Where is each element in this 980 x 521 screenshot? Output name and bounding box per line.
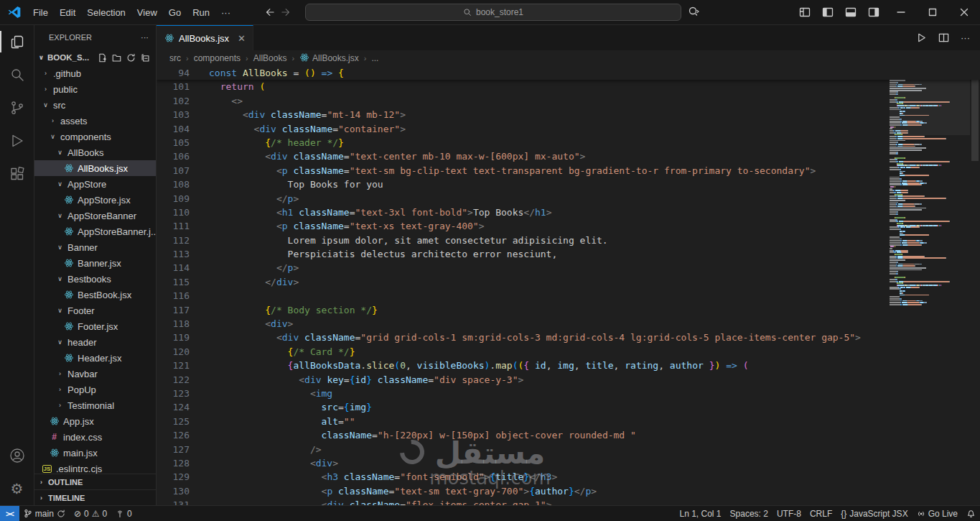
toggle-secondary-sidebar-icon[interactable] xyxy=(862,2,885,22)
language-mode[interactable]: {} JavaScript JSX xyxy=(836,506,912,521)
breadcrumb-item-src[interactable]: src xyxy=(169,53,181,63)
toggle-panel-icon[interactable] xyxy=(839,2,862,22)
refresh-icon[interactable] xyxy=(126,53,136,63)
eol-sequence[interactable]: CRLF xyxy=(806,506,836,521)
breadcrumb-item-[interactable]: ... xyxy=(371,53,378,63)
tree-item-header[interactable]: ∨header xyxy=(34,334,156,350)
tree-item-AppStoreBannerj[interactable]: AppStoreBanner.j... xyxy=(34,223,156,239)
menu-view[interactable]: View xyxy=(131,4,163,21)
tree-item-PopUp[interactable]: ›PopUp xyxy=(34,382,156,397)
code-editor[interactable]: 94const AllBooks = () => { 101 return (1… xyxy=(157,66,980,505)
menu-selection[interactable]: Selection xyxy=(81,4,131,21)
tree-item-BestBookjsx[interactable]: BestBook.jsx xyxy=(34,287,156,303)
split-editor-icon[interactable] xyxy=(938,32,949,43)
vertical-scrollbar[interactable] xyxy=(970,66,980,505)
run-file-icon[interactable] xyxy=(916,32,927,43)
tree-item-label: public xyxy=(53,84,78,95)
minimize-button[interactable] xyxy=(885,0,917,25)
copilot-icon[interactable] xyxy=(688,6,699,17)
tree-item-public[interactable]: ›public xyxy=(34,81,156,97)
breadcrumb-item-AllBooksjsx[interactable]: AllBooks.jsx xyxy=(299,52,359,65)
menu-[interactable]: ··· xyxy=(215,4,236,21)
tree-item-assets[interactable]: ›assets xyxy=(34,113,156,129)
sticky-scroll-line[interactable]: 94const AllBooks = () => { xyxy=(157,66,980,80)
code-line-101: 101 return ( xyxy=(157,80,980,93)
menu-run[interactable]: Run xyxy=(187,4,215,21)
source-control-icon[interactable] xyxy=(0,91,34,124)
go-live-item[interactable]: Go Live xyxy=(913,506,962,521)
tree-item-AllBooksjsx[interactable]: AllBooks.jsx xyxy=(34,160,156,176)
search-sidebar-icon[interactable] xyxy=(0,58,34,91)
explorer-more-icon[interactable]: ··· xyxy=(141,33,149,42)
new-folder-icon[interactable] xyxy=(112,53,121,63)
tree-item-mainjsx[interactable]: main.jsx xyxy=(34,445,156,461)
errors-count: 0 xyxy=(84,509,89,519)
extensions-icon[interactable] xyxy=(0,157,34,190)
code-line-114: 114 </p> xyxy=(157,261,980,275)
notifications-bell-icon[interactable] xyxy=(962,506,980,521)
command-center-search[interactable]: book_store1 xyxy=(305,4,681,21)
close-button[interactable] xyxy=(948,0,980,25)
cursor-position[interactable]: Ln 1, Col 1 xyxy=(675,506,725,521)
search-value: book_store1 xyxy=(476,7,523,17)
breadcrumb-item-components[interactable]: components xyxy=(194,53,241,63)
run-debug-icon[interactable] xyxy=(0,124,34,157)
tree-item-github[interactable]: ›.github xyxy=(34,65,156,81)
encoding[interactable]: UTF-8 xyxy=(773,506,806,521)
tree-item-indexcss[interactable]: #index.css xyxy=(34,429,156,445)
collapse-all-icon[interactable] xyxy=(141,53,150,63)
js-file-icon: JS xyxy=(42,464,52,474)
tree-item-Banner[interactable]: ∨Banner xyxy=(34,239,156,255)
tree-item-Headerjsx[interactable]: Header.jsx xyxy=(34,350,156,366)
tree-item-Footerjsx[interactable]: Footer.jsx xyxy=(34,318,156,334)
vscode-logo xyxy=(7,5,22,19)
breadcrumb-item-AllBooks[interactable]: AllBooks xyxy=(253,53,287,63)
breadcrumb-separator: › xyxy=(186,54,189,63)
maximize-button[interactable] xyxy=(917,0,948,25)
tree-item-AppStoreBanner[interactable]: ∨AppStoreBanner xyxy=(34,208,156,223)
tree-item-AllBooks[interactable]: ∨AllBooks xyxy=(34,144,156,160)
back-arrow-icon[interactable] xyxy=(264,7,274,17)
timeline-section[interactable]: ›TIMELINE xyxy=(34,489,156,505)
ports-icon xyxy=(116,510,124,518)
tree-item-AppStorejsx[interactable]: AppStore.jsx xyxy=(34,192,156,208)
outline-section[interactable]: ›OUTLINE xyxy=(34,474,156,489)
editor-more-icon[interactable]: ··· xyxy=(961,32,970,43)
menu-edit[interactable]: Edit xyxy=(54,4,81,21)
tree-item-components[interactable]: ∨components xyxy=(34,129,156,144)
menu-file[interactable]: File xyxy=(27,4,54,21)
scrollbar-thumb[interactable] xyxy=(971,66,979,161)
tab-close-icon[interactable]: ✕ xyxy=(238,33,246,44)
toggle-sidebar-icon[interactable] xyxy=(816,2,839,22)
tree-item-Navbar[interactable]: ›Navbar xyxy=(34,366,156,382)
tree-item-Appjsx[interactable]: App.jsx xyxy=(34,413,156,429)
customize-layout-icon[interactable] xyxy=(793,2,816,22)
minimap[interactable] xyxy=(890,66,970,505)
remote-indicator[interactable]: >< xyxy=(0,506,19,521)
ports-item[interactable]: 0 xyxy=(111,506,136,521)
tree-item-AppStore[interactable]: ∨AppStore xyxy=(34,176,156,192)
tab-allbooks[interactable]: AllBooks.jsx ✕ xyxy=(157,25,253,50)
tree-item-eslintrccjs[interactable]: JS.eslintrc.cjs xyxy=(34,461,156,474)
explorer-root-folder[interactable]: ∨ BOOK_S... xyxy=(34,50,156,65)
tree-item-Bannerjsx[interactable]: Banner.jsx xyxy=(34,255,156,271)
git-branch-item[interactable]: main xyxy=(19,506,70,521)
explorer-icon[interactable] xyxy=(0,25,34,58)
tree-item-src[interactable]: ∨src xyxy=(34,97,156,113)
tree-item-Testimonial[interactable]: ›Testimonial xyxy=(34,397,156,413)
account-icon[interactable] xyxy=(0,439,34,472)
settings-gear-icon[interactable]: ⚙ xyxy=(0,472,34,505)
indentation[interactable]: Spaces: 2 xyxy=(726,506,773,521)
tree-item-label: AppStoreBanner.j... xyxy=(78,226,156,237)
menu-go[interactable]: Go xyxy=(163,4,187,21)
new-file-icon[interactable] xyxy=(98,53,107,63)
forward-arrow-icon[interactable] xyxy=(281,7,291,17)
activity-bar: ⚙ xyxy=(0,25,34,505)
tree-item-Bestbooks[interactable]: ∨Bestbooks xyxy=(34,271,156,287)
chevron-right-icon: › xyxy=(42,86,50,93)
title-bar: FileEditSelectionViewGoRun··· book_store… xyxy=(0,0,980,25)
tree-item-Footer[interactable]: ∨Footer xyxy=(34,303,156,318)
tree-item-label: Banner xyxy=(67,242,98,253)
problems-item[interactable]: ⊘0 ⚠0 xyxy=(70,506,111,521)
breadcrumb-separator: › xyxy=(246,54,248,63)
